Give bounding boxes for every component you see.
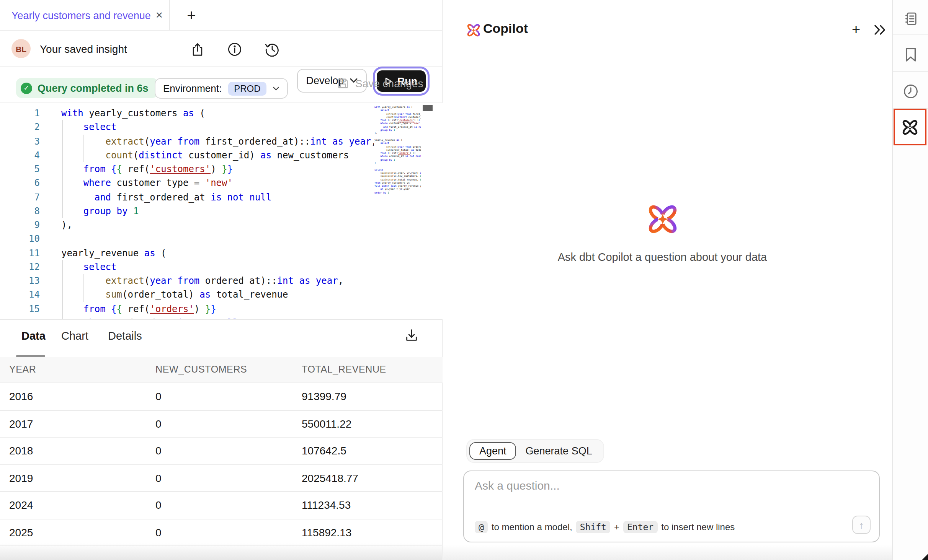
notebook-icon[interactable]	[893, 4, 928, 33]
environment-value-badge: PROD	[228, 81, 266, 95]
table-row[interactable]: 20250115892.13	[0, 519, 443, 546]
hint-mention-text: to mention a model,	[492, 522, 572, 532]
save-changes-button[interactable]: Save changes	[337, 77, 423, 90]
copilot-logo-icon	[466, 22, 482, 41]
indent-guide	[62, 120, 62, 218]
table-row[interactable]: 201902025418.77	[0, 465, 443, 492]
table-cell: 107642.5	[302, 438, 346, 464]
table-cell: 2025	[9, 519, 33, 545]
table-header: YEAR NEW_CUSTOMERS TOTAL_REVENUE	[0, 357, 443, 383]
tab-details[interactable]: Details	[108, 330, 142, 342]
tab-data[interactable]: Data	[21, 330, 46, 342]
table-cell: 0	[155, 383, 162, 410]
mode-switcher: Agent Generate SQL	[466, 439, 605, 463]
history-icon[interactable]	[264, 41, 279, 57]
success-check-icon: ✓	[21, 82, 32, 94]
table-cell: 2025418.77	[302, 465, 358, 491]
table-cell: 0	[155, 410, 162, 437]
query-status-text: Query completed in 6s	[38, 82, 149, 94]
download-icon[interactable]	[404, 328, 420, 343]
table-cell: 111234.53	[302, 492, 351, 518]
code-lines[interactable]: with yearly_customers as ( select extrac…	[61, 106, 374, 319]
query-status-bar: ✓ Query completed in 6s Environment: PRO…	[0, 67, 442, 103]
enter-key-badge: Enter	[623, 521, 657, 533]
query-status-badge: ✓ Query completed in 6s	[16, 78, 158, 98]
table-row[interactable]: 20180107642.5	[0, 438, 443, 465]
column-header-total-revenue[interactable]: TOTAL_REVENUE	[302, 357, 386, 383]
table-cell: 0	[155, 519, 162, 545]
editor-panel: Yearly customers and revenue ✕ + BL Your…	[0, 0, 443, 560]
environment-selector[interactable]: Environment: PROD	[155, 78, 288, 99]
indent-guide	[84, 274, 85, 302]
new-chat-button[interactable]: +	[848, 21, 864, 38]
table-row[interactable]: 20240111234.53	[0, 492, 443, 519]
sql-editor[interactable]: 12345678910111213141516 with yearly_cust…	[0, 103, 443, 319]
save-changes-label: Save changes	[355, 77, 423, 90]
copilot-title: Copilot	[483, 21, 528, 37]
table-cell: 91399.79	[302, 383, 346, 410]
copilot-rail-icon[interactable]	[900, 117, 920, 137]
chevron-down-icon	[273, 86, 280, 91]
copilot-large-logo	[443, 201, 881, 240]
send-button[interactable]: ↑	[852, 516, 871, 534]
table-cell: 550011.22	[302, 410, 351, 437]
minimap[interactable]: with yearly_customers as ( select extrac…	[374, 106, 421, 205]
tab-bar: Yearly customers and revenue ✕ +	[0, 0, 442, 31]
table-cell: 2024	[9, 492, 33, 518]
resize-corner	[922, 554, 928, 560]
copilot-empty-state-text: Ask dbt Copilot a question about your da…	[443, 251, 881, 263]
clock-icon[interactable]	[893, 77, 928, 106]
avatar[interactable]: BL	[11, 39, 31, 58]
copilot-panel: Copilot + Ask dbt Copilot a question abo…	[443, 0, 892, 560]
table-cell: 0	[155, 465, 162, 491]
mode-generate-sql[interactable]: Generate SQL	[516, 443, 601, 459]
results-section: Data Chart Details YEAR NEW_CUSTOMERS TO…	[0, 319, 443, 560]
table-bottom-fade	[0, 543, 443, 560]
input-hints: @ to mention a model, Shift + Enter to i…	[475, 521, 735, 533]
column-header-new-customers[interactable]: NEW_CUSTOMERS	[155, 357, 247, 383]
table-cell: 2016	[9, 383, 33, 410]
shift-key-badge: Shift	[576, 521, 610, 533]
editor-scrollbar-thumb[interactable]	[423, 105, 433, 111]
mode-agent[interactable]: Agent	[469, 442, 516, 460]
table-row[interactable]: 2016091399.79	[0, 383, 443, 410]
collapse-panel-icon[interactable]	[874, 24, 887, 35]
info-icon[interactable]	[227, 41, 242, 57]
results-table-body: 2016091399.7920170550011.2220180107642.5…	[0, 383, 443, 546]
table-cell: 0	[155, 492, 162, 518]
copilot-rail-highlight	[894, 109, 926, 145]
rail-divider	[893, 34, 928, 35]
hint-plus: +	[614, 522, 619, 532]
indent-guide	[84, 134, 85, 162]
question-input[interactable]: Ask a question... @ to mention a model, …	[463, 470, 880, 542]
panel-bottom-fade	[443, 545, 892, 560]
table-cell: 2017	[9, 410, 33, 437]
toolbar: BL Your saved insight Develop Run	[0, 31, 442, 67]
line-numbers: 12345678910111213141516	[0, 106, 40, 319]
table-row[interactable]: 20170550011.22	[0, 410, 443, 438]
question-placeholder: Ask a question...	[475, 479, 560, 492]
new-tab-button[interactable]: +	[182, 6, 201, 24]
page-title: Your saved insight	[40, 43, 127, 55]
tab-title: Yearly customers and revenue	[11, 10, 151, 21]
app-window: Yearly customers and revenue ✕ + BL Your…	[0, 0, 928, 560]
table-cell: 0	[155, 438, 162, 464]
indent-guide	[62, 260, 62, 319]
close-icon[interactable]: ✕	[155, 10, 163, 21]
column-header-year[interactable]: YEAR	[9, 357, 36, 383]
table-cell: 2019	[9, 465, 33, 491]
tab-yearly-customers-and-revenue[interactable]: Yearly customers and revenue ✕	[0, 0, 170, 31]
save-icon	[337, 77, 349, 90]
bookmark-icon[interactable]	[893, 40, 928, 69]
table-cell: 2018	[9, 438, 33, 464]
tab-chart[interactable]: Chart	[61, 330, 88, 342]
environment-label: Environment:	[163, 83, 222, 94]
at-key-badge: @	[475, 521, 488, 533]
hint-newlines-text: to insert new lines	[661, 522, 735, 532]
right-icon-rail	[892, 0, 928, 560]
share-icon[interactable]	[190, 41, 205, 57]
table-cell: 115892.13	[302, 519, 351, 545]
rail-divider	[893, 71, 928, 72]
